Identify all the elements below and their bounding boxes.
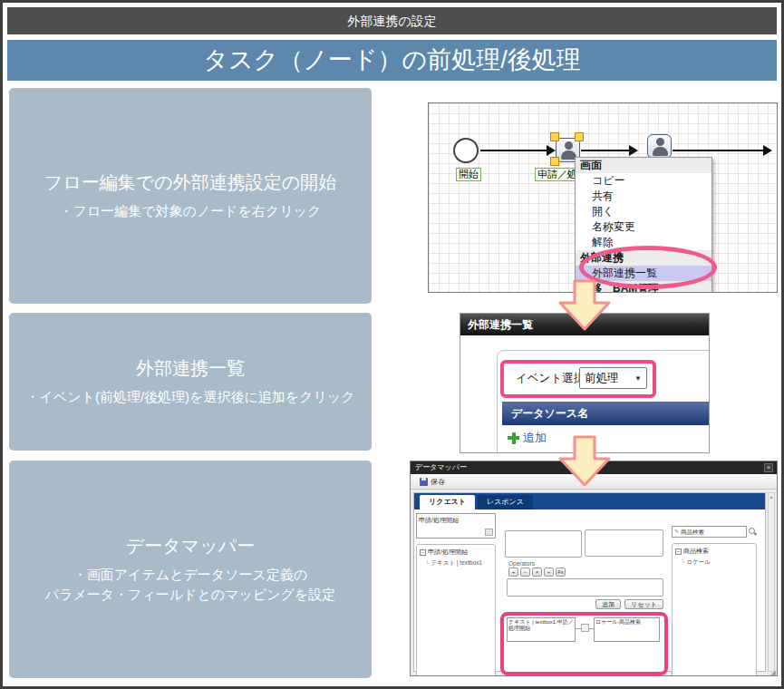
tree-collapse-icon[interactable]: −	[420, 549, 426, 556]
flow-editor-screenshot: 開始 申請／処 画面 コピー 共有 開く 名称変更 解除 外部連携 外部連携一覧…	[428, 102, 778, 293]
tab-response[interactable]: レスポンス	[478, 495, 533, 509]
renkei-dialog-screenshot: 外部連携一覧 イベント選択: 前処理 ▼ データソース名 追加	[460, 313, 710, 453]
task-node-label: 申請／処	[535, 168, 580, 181]
pencil-icon: ✎	[674, 527, 679, 537]
selection-handle[interactable]	[575, 132, 584, 141]
arrowhead-icon	[629, 145, 638, 156]
mapping-connector-handle[interactable]	[581, 624, 589, 632]
plus-operator-button[interactable]: +	[508, 568, 518, 577]
context-menu-item-share[interactable]: 共有	[576, 189, 711, 204]
tree-elbow-icon: └	[425, 559, 430, 566]
mapper-content: リクエスト レスポンス 申請/処理開始 −申請/処理開始 └ テキスト | te…	[413, 492, 766, 672]
task-node[interactable]	[647, 134, 672, 159]
context-menu-item-rename[interactable]: 名称変更	[576, 219, 711, 235]
divide-operator-button[interactable]: ÷	[544, 568, 554, 577]
operator-buttons: + − × ÷ Fx	[508, 568, 567, 577]
step-description: ・イベント(前処理/後処理)を選択後に追加をクリック	[25, 387, 354, 408]
expression-box[interactable]	[585, 529, 663, 557]
save-button[interactable]: 保存	[416, 475, 449, 489]
start-node-label: 開始	[456, 168, 481, 181]
vertical-scrollbar[interactable]: ▲	[768, 492, 775, 672]
mapping-node-source[interactable]: テキスト | textbox1:申請／処理開始	[507, 617, 576, 642]
source-select[interactable]: 申請/処理開始	[416, 513, 496, 539]
arrowhead-icon	[547, 145, 556, 156]
minus-operator-button[interactable]: −	[520, 568, 530, 577]
source-tree: −申請/処理開始 └ テキスト | textbox1	[416, 544, 496, 676]
step-description: ・フロー編集で対象のノードを右クリック	[60, 201, 322, 222]
multiply-operator-button[interactable]: ×	[532, 568, 542, 577]
tree-elbow-icon: └	[681, 558, 685, 565]
mapper-main: 申請/処理開始 −申請/処理開始 └ テキスト | textbox1 Opera…	[414, 509, 765, 671]
target-search-row: ✎ 商品検索	[672, 526, 757, 538]
disk-icon	[420, 478, 428, 486]
step-title: データマッパー	[126, 534, 255, 558]
section-title: タスク（ノード）の前処理/後処理	[7, 40, 777, 81]
step-box-renkei-list: 外部連携一覧 ・イベント(前処理/後処理)を選択後に追加をクリック	[9, 313, 372, 451]
add-link[interactable]: 追加	[508, 430, 547, 446]
tree-root[interactable]: −商品検索	[675, 547, 753, 556]
tab-request[interactable]: リクエスト	[420, 495, 475, 509]
down-arrow-icon	[557, 435, 612, 488]
mapper-tabbar: リクエスト レスポンス	[414, 493, 765, 509]
step-box-data-mapper: データマッパー ・画面アイテムとデータソース定義の パラメータ・フィールドとのマ…	[9, 461, 372, 678]
operators-label: Operators	[508, 560, 535, 567]
flow-connector	[581, 150, 629, 151]
flow-connector	[673, 150, 763, 151]
tree-collapse-icon[interactable]: −	[675, 548, 682, 555]
datasource-column-header: データソース名	[502, 402, 709, 425]
mapping-buttons: 追加 リセット	[414, 599, 663, 609]
selection-handle[interactable]	[550, 157, 559, 166]
step-title: 外部連携一覧	[136, 356, 245, 381]
function-operator-button[interactable]: Fx	[556, 568, 566, 577]
mapping-area-highlighted: テキスト | textbox1:申請／処理開始 ロケール:商品検索	[500, 612, 668, 675]
add-mapping-button[interactable]: 追加	[595, 599, 621, 609]
highlight-box	[500, 360, 656, 398]
expression-box[interactable]	[505, 530, 582, 558]
step-title: フロー編集での外部連携設定の開始	[44, 170, 336, 195]
select-expand-icon[interactable]	[485, 529, 493, 536]
step-box-flow-edit: フロー編集での外部連携設定の開始 ・フロー編集で対象のノードを右クリック	[9, 88, 372, 304]
tree-root[interactable]: −申請/処理開始	[420, 548, 492, 557]
scroll-up-icon[interactable]: ▲	[769, 494, 774, 500]
start-node[interactable]	[453, 138, 479, 163]
close-icon[interactable]: ×	[764, 463, 773, 472]
data-mapper-screenshot: データマッパー × 保存 リクエスト レスポンス 申請/処理開始	[410, 461, 778, 676]
page-title: 外部連携の設定	[7, 7, 777, 34]
step-description: ・画面アイテムとデータソース定義の パラメータ・フィールドとのマッピングを設定	[45, 565, 336, 606]
search-icon[interactable]	[749, 528, 757, 536]
target-search-input[interactable]: ✎ 商品検索	[672, 526, 747, 538]
mapping-node-target[interactable]: ロケール:商品検索	[594, 617, 660, 642]
plus-icon	[508, 432, 519, 444]
flow-connector	[480, 150, 548, 151]
context-menu-item-copy[interactable]: コピー	[576, 173, 711, 189]
context-menu-header: 画面	[576, 158, 711, 173]
selection-handle[interactable]	[550, 132, 559, 141]
target-tree: −商品検索 └ ロケール	[672, 543, 757, 676]
context-menu-item-open[interactable]: 開く	[576, 204, 711, 219]
expression-input[interactable]	[507, 578, 663, 597]
tree-child[interactable]: └ ロケール	[681, 558, 753, 567]
person-icon	[648, 135, 671, 158]
down-arrow-icon	[557, 279, 612, 332]
page: 外部連携の設定 タスク（ノード）の前処理/後処理 フロー編集での外部連携設定の開…	[0, 0, 784, 689]
tree-child[interactable]: └ テキスト | textbox1	[425, 559, 492, 568]
reset-mapping-button[interactable]: リセット	[624, 599, 663, 609]
arrowhead-icon	[763, 145, 772, 156]
resize-handle-icon[interactable]: ◢	[771, 669, 776, 675]
